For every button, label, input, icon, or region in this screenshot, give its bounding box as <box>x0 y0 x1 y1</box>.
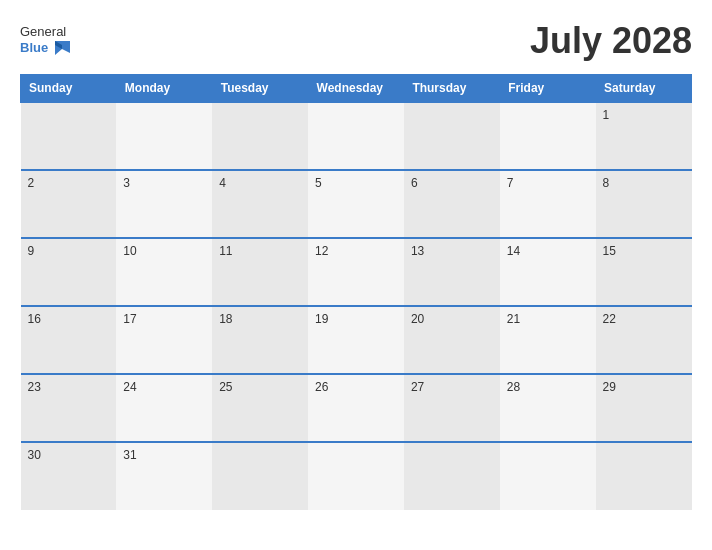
calendar-day-cell: 28 <box>500 374 596 442</box>
day-number: 23 <box>28 380 41 394</box>
calendar-day-cell: 1 <box>596 102 692 170</box>
day-number: 17 <box>123 312 136 326</box>
day-number: 21 <box>507 312 520 326</box>
calendar-day-cell <box>308 442 404 510</box>
day-number: 13 <box>411 244 424 258</box>
calendar-day-cell: 3 <box>116 170 212 238</box>
calendar-day-cell: 5 <box>308 170 404 238</box>
day-number: 25 <box>219 380 232 394</box>
calendar-day-cell: 6 <box>404 170 500 238</box>
calendar-day-cell: 4 <box>212 170 308 238</box>
day-number: 7 <box>507 176 514 190</box>
calendar-day-cell: 23 <box>21 374 117 442</box>
calendar-day-cell <box>212 102 308 170</box>
day-number: 30 <box>28 448 41 462</box>
day-number: 11 <box>219 244 232 258</box>
calendar-day-cell <box>116 102 212 170</box>
calendar-day-cell: 24 <box>116 374 212 442</box>
calendar-day-cell: 8 <box>596 170 692 238</box>
calendar-day-cell: 27 <box>404 374 500 442</box>
calendar-body: 1234567891011121314151617181920212223242… <box>21 102 692 510</box>
calendar-day-cell <box>404 442 500 510</box>
header-sunday: Sunday <box>21 75 117 103</box>
day-number: 27 <box>411 380 424 394</box>
calendar-day-cell: 16 <box>21 306 117 374</box>
calendar-week-1: 1 <box>21 102 692 170</box>
calendar-day-cell: 17 <box>116 306 212 374</box>
calendar-day-cell <box>212 442 308 510</box>
calendar-day-cell: 30 <box>21 442 117 510</box>
calendar-day-cell: 11 <box>212 238 308 306</box>
calendar-day-cell: 13 <box>404 238 500 306</box>
calendar-day-cell: 15 <box>596 238 692 306</box>
calendar-day-cell <box>500 102 596 170</box>
calendar-day-cell: 10 <box>116 238 212 306</box>
calendar-table: Sunday Monday Tuesday Wednesday Thursday… <box>20 74 692 510</box>
logo-general-text: General <box>20 25 70 39</box>
calendar-header-row: Sunday Monday Tuesday Wednesday Thursday… <box>21 75 692 103</box>
day-number: 14 <box>507 244 520 258</box>
calendar-day-cell <box>404 102 500 170</box>
day-number: 6 <box>411 176 418 190</box>
calendar-day-cell: 14 <box>500 238 596 306</box>
header-thursday: Thursday <box>404 75 500 103</box>
logo-flag-icon <box>52 39 70 57</box>
calendar-day-cell: 20 <box>404 306 500 374</box>
header-saturday: Saturday <box>596 75 692 103</box>
calendar-day-cell: 29 <box>596 374 692 442</box>
calendar-week-6: 3031 <box>21 442 692 510</box>
calendar-day-cell <box>596 442 692 510</box>
day-number: 28 <box>507 380 520 394</box>
calendar-day-cell: 19 <box>308 306 404 374</box>
header-tuesday: Tuesday <box>212 75 308 103</box>
calendar-week-5: 23242526272829 <box>21 374 692 442</box>
calendar-day-cell: 18 <box>212 306 308 374</box>
header-monday: Monday <box>116 75 212 103</box>
calendar-header: General Blue July 2028 <box>20 20 692 62</box>
day-number: 29 <box>603 380 616 394</box>
day-number: 4 <box>219 176 226 190</box>
header-wednesday: Wednesday <box>308 75 404 103</box>
calendar-container: General Blue July 2028 Sunday Monday Tue… <box>0 0 712 550</box>
calendar-day-cell <box>21 102 117 170</box>
day-number: 31 <box>123 448 136 462</box>
day-number: 9 <box>28 244 35 258</box>
calendar-day-cell: 12 <box>308 238 404 306</box>
day-number: 24 <box>123 380 136 394</box>
calendar-day-cell: 7 <box>500 170 596 238</box>
day-number: 26 <box>315 380 328 394</box>
day-number: 15 <box>603 244 616 258</box>
day-number: 8 <box>603 176 610 190</box>
day-number: 18 <box>219 312 232 326</box>
calendar-day-cell <box>500 442 596 510</box>
calendar-day-cell: 21 <box>500 306 596 374</box>
day-number: 16 <box>28 312 41 326</box>
day-number: 3 <box>123 176 130 190</box>
logo-blue-text: Blue <box>20 41 48 55</box>
calendar-day-cell: 26 <box>308 374 404 442</box>
calendar-week-3: 9101112131415 <box>21 238 692 306</box>
day-number: 10 <box>123 244 136 258</box>
day-number: 2 <box>28 176 35 190</box>
calendar-day-cell <box>308 102 404 170</box>
calendar-day-cell: 22 <box>596 306 692 374</box>
day-number: 1 <box>603 108 610 122</box>
month-title: July 2028 <box>530 20 692 62</box>
calendar-week-4: 16171819202122 <box>21 306 692 374</box>
logo: General Blue <box>20 25 70 57</box>
day-number: 19 <box>315 312 328 326</box>
calendar-day-cell: 2 <box>21 170 117 238</box>
calendar-day-cell: 25 <box>212 374 308 442</box>
header-friday: Friday <box>500 75 596 103</box>
day-number: 20 <box>411 312 424 326</box>
calendar-day-cell: 9 <box>21 238 117 306</box>
day-number: 5 <box>315 176 322 190</box>
calendar-week-2: 2345678 <box>21 170 692 238</box>
calendar-day-cell: 31 <box>116 442 212 510</box>
day-number: 22 <box>603 312 616 326</box>
day-number: 12 <box>315 244 328 258</box>
